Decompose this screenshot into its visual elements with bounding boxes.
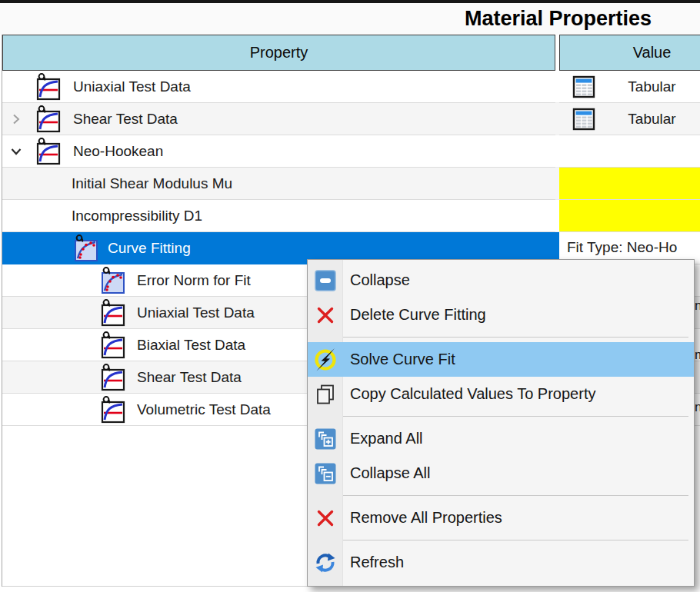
delete-icon bbox=[308, 305, 343, 325]
menu-separator bbox=[343, 337, 688, 338]
menu-item-label: Remove All Properties bbox=[343, 509, 502, 527]
collapse-all-icon bbox=[308, 462, 343, 485]
collapse-icon bbox=[308, 269, 343, 292]
property-cell[interactable]: Uniaxial Test Data bbox=[2, 71, 555, 103]
row-label: Incompressibility D1 bbox=[72, 200, 202, 232]
tabular-icon bbox=[572, 108, 595, 131]
tree-row-incompressibility-d1[interactable]: Incompressibility D1 bbox=[2, 200, 700, 232]
tree-row-uniaxial-test-data[interactable]: Uniaxial Test DataTabular bbox=[2, 71, 700, 103]
menu-item-collapse-all[interactable]: Collapse All bbox=[308, 456, 694, 491]
curve-fit-icon bbox=[100, 266, 126, 295]
test-data-icon bbox=[35, 137, 62, 166]
row-label: Shear Test Data bbox=[73, 103, 178, 135]
menu-item-delete-curve-fitting[interactable]: Delete Curve Fitting bbox=[308, 298, 694, 332]
column-header-value[interactable]: Value bbox=[559, 35, 700, 71]
clipped-text-fragment: m bbox=[695, 348, 700, 364]
copy-icon bbox=[308, 383, 343, 406]
row-label: Volumetric Test Data bbox=[137, 394, 271, 426]
title-bar: Material Properties bbox=[0, 3, 700, 35]
menu-item-remove-all-properties[interactable]: Remove All Properties bbox=[308, 501, 694, 535]
menu-separator bbox=[343, 495, 688, 496]
menu-item-refresh[interactable]: Refresh bbox=[308, 545, 694, 580]
page-title: Material Properties bbox=[465, 7, 652, 31]
test-data-icon bbox=[35, 105, 62, 134]
menu-item-solve-curve-fit[interactable]: Solve Curve Fit bbox=[308, 342, 694, 377]
test-data-icon bbox=[35, 72, 62, 101]
editable-value-cell[interactable] bbox=[559, 168, 700, 200]
expand-all-icon bbox=[308, 427, 343, 451]
property-cell[interactable]: Initial Shear Modulus Mu bbox=[2, 168, 555, 200]
menu-separator bbox=[343, 416, 688, 417]
value-cell[interactable]: Tabular bbox=[559, 71, 700, 103]
menu-item-label: Refresh bbox=[343, 554, 404, 571]
property-cell[interactable]: Neo-Hookean bbox=[2, 135, 555, 168]
menu-item-label: Collapse All bbox=[343, 464, 431, 482]
property-cell[interactable]: Incompressibility D1 bbox=[2, 200, 555, 232]
value-text: Tabular bbox=[628, 78, 675, 95]
clipped-text-fragment: n bbox=[695, 400, 700, 417]
test-data-icon bbox=[100, 363, 126, 392]
row-label: Initial Shear Modulus Mu bbox=[72, 168, 232, 200]
table-bottom-border bbox=[2, 586, 307, 587]
value-cell[interactable] bbox=[559, 135, 700, 168]
editable-value-cell[interactable] bbox=[559, 200, 700, 232]
remove-icon bbox=[308, 508, 343, 528]
property-cell[interactable]: Shear Test Data bbox=[2, 103, 555, 135]
menu-item-copy-calculated-values-to-property[interactable]: Copy Calculated Values To Property bbox=[308, 377, 694, 411]
context-menu: CollapseDelete Curve FittingSolve Curve … bbox=[307, 259, 695, 587]
value-cell[interactable]: Tabular bbox=[559, 103, 700, 135]
refresh-icon bbox=[308, 551, 343, 574]
row-label: Uniaxial Test Data bbox=[137, 297, 255, 329]
test-data-icon bbox=[100, 298, 126, 328]
column-header-property[interactable]: Property bbox=[2, 35, 555, 71]
tree-row-initial-shear-modulus-mu[interactable]: Initial Shear Modulus Mu bbox=[2, 168, 700, 200]
row-label: Neo-Hookean bbox=[73, 135, 163, 168]
menu-item-label: Collapse bbox=[343, 271, 410, 289]
menu-item-label: Expand All bbox=[343, 430, 423, 447]
test-data-icon bbox=[100, 395, 126, 424]
chevron-down-icon[interactable] bbox=[8, 144, 24, 159]
menu-item-collapse[interactable]: Collapse bbox=[308, 263, 694, 298]
row-label: Shear Test Data bbox=[137, 361, 242, 394]
row-label: Error Norm for Fit bbox=[137, 264, 251, 297]
tree-row-shear-test-data[interactable]: Shear Test DataTabular bbox=[2, 103, 700, 135]
row-label: Uniaxial Test Data bbox=[73, 71, 191, 103]
menu-item-label: Copy Calculated Values To Property bbox=[343, 385, 595, 403]
tabular-icon bbox=[572, 75, 595, 98]
menu-separator bbox=[343, 540, 688, 540]
curve-fit-icon bbox=[73, 234, 99, 263]
test-data-icon bbox=[100, 331, 126, 360]
menu-item-expand-all[interactable]: Expand All bbox=[308, 421, 694, 456]
tree-row-neo-hookean[interactable]: Neo-Hookean bbox=[2, 135, 700, 168]
row-label: Curve Fitting bbox=[108, 232, 191, 264]
value-text: Tabular bbox=[628, 111, 675, 127]
menu-item-label: Delete Curve Fitting bbox=[343, 306, 486, 324]
value-text: Fit Type: Neo-Ho bbox=[559, 232, 700, 263]
clipped-text-fragment: n bbox=[695, 298, 700, 315]
menu-item-label: Solve Curve Fit bbox=[343, 351, 455, 368]
row-label: Biaxial Test Data bbox=[137, 329, 245, 361]
chevron-right-icon[interactable] bbox=[8, 111, 24, 127]
solve-icon bbox=[308, 346, 343, 374]
